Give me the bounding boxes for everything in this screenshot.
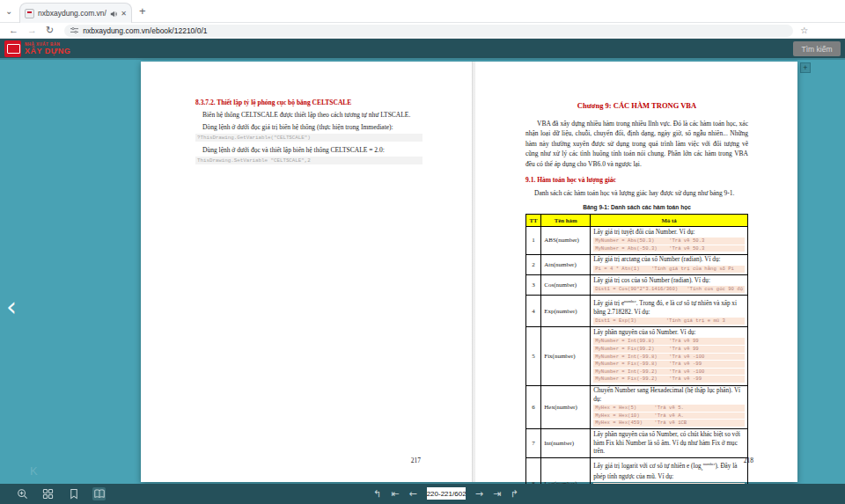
page-number: 218 (744, 457, 753, 464)
viewer-watermark: K (30, 464, 38, 478)
function-desc: Chuyển Number sang Hexadecimal (hệ thập … (593, 387, 745, 404)
url-input[interactable]: nxbxaydung.com.vn/ebook/12210/0/1 (64, 25, 793, 37)
right-page: Chương 9: CÁC HÀM TRONG VBA VBA đã xây d… (475, 62, 797, 482)
table-row: 1 ABS(number) Lấy giá trị tuyệt đối của … (526, 227, 748, 255)
chapter-title: Chương 9: CÁC HÀM TRONG VBA (525, 101, 748, 110)
zoom-in-icon[interactable] (16, 487, 29, 500)
col-header-name: Tên hàm (541, 215, 591, 227)
function-name: Int(number) (541, 429, 591, 458)
two-page-view-icon[interactable] (92, 487, 106, 500)
paragraph: Dòng lệnh ở dưới đọc giá trị biến hệ thố… (195, 123, 422, 131)
function-name: Fix(number) (541, 327, 591, 385)
browser-tab-strip: ⌄ nxbxaydung.com.vn/eboo... ✕ + (0, 0, 845, 23)
previous-page-icon[interactable]: ← (408, 489, 416, 499)
previous-page-chevron[interactable]: ‹ (6, 294, 17, 320)
code-line: Dist1 = Exp(3) 'Tính giá trị e mũ 3 (593, 318, 745, 325)
col-header-tt: TT (526, 215, 541, 227)
code-line: ThisDrawing.SetVariable "CELTSCALE",2 (195, 157, 422, 164)
code-line: Pi = 4 * Atn(1) 'Tính giá trị của hằng s… (593, 266, 745, 273)
browser-url-bar: ← → ↻ nxbxaydung.com.vn/ebook/12210/0/1 … (0, 23, 845, 39)
page-number-input[interactable] (427, 487, 466, 500)
code-line: MyNumber = Abs(50.3) 'Trả về 50.3 (593, 237, 745, 245)
ebook-viewer: ‹ K + 8.3.7.2. Thiết lập tỷ lệ phóng cục… (0, 60, 845, 484)
function-desc: Lấy phần nguyên của số Number. Ví dụ: (593, 329, 745, 338)
code-line: MyNumber = Fix(-99.8) 'Trả về -99 (593, 361, 745, 368)
section-heading: 8.3.7.2. Thiết lập tỷ lệ phóng cục bộ bằ… (195, 99, 422, 106)
code-line: MyHex = Hex(10) 'Trả về A. (593, 413, 745, 420)
code-line: MyNumber = Int(-99.8) 'Trả về -100 (593, 354, 745, 361)
functions-table: TT Tên hàm Mô tả 1 ABS(number) Lấy giá t… (525, 214, 748, 504)
url-text: nxbxaydung.com.vn/ebook/12210/0/1 (83, 26, 207, 35)
zoom-in-floating-button[interactable]: + (800, 62, 811, 73)
bookmark-icon[interactable] (67, 487, 80, 500)
rotate-left-icon[interactable]: ↰ (373, 489, 381, 499)
site-settings-tune-icon[interactable] (70, 27, 78, 33)
tab-title: nxbxaydung.com.vn/eboo... (38, 9, 107, 18)
table-row: 4 Exp(number) Lấy giá trị enumber. Trong… (526, 296, 748, 327)
reload-icon[interactable]: ↻ (46, 26, 54, 35)
col-header-desc: Mô tả (591, 215, 748, 227)
reader-toolbar: ↰ ⇤ ← → ⇥ ↱ (0, 484, 845, 504)
tab-favicon-icon (25, 9, 34, 18)
code-line: MyHex = Hex(459) 'Trả về 1CB (593, 420, 745, 427)
browser-tab[interactable]: nxbxaydung.com.vn/eboo... ✕ (19, 3, 132, 23)
paragraph: Dùng lệnh ở dưới đọc và thiết lập biến h… (195, 146, 422, 154)
table-row: 6 Hex(number) Chuyển Number sang Hexadec… (526, 385, 748, 429)
new-tab-button[interactable]: + (139, 4, 146, 18)
code-line: MyNumber = Int(99.8) 'Trả về 99 (593, 338, 745, 345)
table-row: 5 Fix(number) Lấy phần nguyên của số Num… (526, 327, 748, 385)
table-header-row: TT Tên hàm Mô tả (526, 215, 748, 227)
logo-text-bottom: XÂY DỰNG (25, 47, 70, 55)
function-desc: Lấy giá trị cos của số Number (radian). … (593, 277, 745, 286)
code-line: ?ThisDrawing.GetVariable("CELTSCALE") (195, 134, 422, 142)
function-name: Cos(number) (541, 275, 591, 296)
rotate-right-icon[interactable]: ↱ (511, 489, 518, 499)
tab-close-icon[interactable]: ✕ (121, 10, 127, 18)
first-page-icon[interactable]: ⇤ (391, 489, 399, 499)
function-name: Atn(number) (541, 254, 591, 274)
search-button[interactable]: Tìm kiếm (793, 41, 841, 56)
row-index: 4 (526, 296, 541, 327)
thumbnails-grid-icon[interactable] (41, 487, 55, 500)
code-line: MyNumber = Fix(99.2) 'Trả về 99 (593, 346, 745, 353)
table-row: 7 Int(number) Lấy phần nguyên của số Num… (526, 429, 748, 458)
code-line: MyNumber = Fix(-99.2) 'Trả về -99 (593, 376, 745, 383)
site-header: NHÀ XUẤT BẢN XÂY DỰNG Tìm kiếm (0, 39, 845, 60)
row-index: 2 (526, 254, 541, 274)
back-icon[interactable]: ← (9, 26, 18, 35)
function-desc: Lấy phần nguyên của số Number, có chút k… (593, 431, 745, 457)
row-index: 5 (526, 327, 541, 385)
row-index: 6 (526, 385, 541, 429)
publisher-logo-icon (4, 40, 21, 57)
row-index: 3 (526, 275, 541, 296)
next-page-icon[interactable]: → (475, 489, 483, 499)
row-index: 7 (526, 429, 541, 458)
table-caption: Bảng 9-1: Danh sách các hàm toán học (525, 204, 748, 210)
table-row: 2 Atn(number) Lấy giá trị arctang của số… (526, 254, 748, 274)
page-number: 217 (411, 457, 421, 464)
last-page-icon[interactable]: ⇥ (493, 489, 501, 499)
bookmark-star-icon[interactable]: ☆ (800, 26, 808, 35)
code-line: MyNumber = Int(-99.2) 'Trả về -100 (593, 369, 745, 376)
function-name: Hex(number) (541, 385, 591, 429)
paragraph: Biến hệ thống CELTSCALE được thiết lập t… (195, 111, 422, 119)
function-desc: Lấy giá trị logarit với cơ số tự nhiên e… (593, 460, 745, 482)
left-page: 8.3.7.2. Thiết lập tỷ lệ phóng cục bộ bằ… (141, 62, 472, 482)
forward-icon[interactable]: → (27, 26, 37, 35)
chapter-intro: VBA đã xây dựng nhiều hàm trong nhiều lĩ… (525, 119, 748, 169)
code-line: MyHex = Hex(5) 'Trả về 5. (593, 405, 745, 412)
function-name: Exp(number) (541, 296, 591, 327)
function-desc: Lấy giá trị arctang của số Number (radia… (593, 256, 745, 265)
table-row: 3 Cos(number) Lấy giá trị cos của số Num… (526, 275, 748, 296)
tab-search-chevron-icon[interactable]: ⌄ (5, 6, 12, 16)
code-line: MyNumber = Abs(-50.3) 'Trả về 50.3 (593, 245, 745, 252)
page-spread: 8.3.7.2. Thiết lập tỷ lệ phóng cục bộ bằ… (141, 62, 797, 482)
section-intro: Danh sách các hàm toán học và lượng giác… (525, 189, 748, 197)
function-desc: Lấy giá trị tuyệt đối của Number. Ví dụ: (593, 229, 745, 237)
section-heading: 9.1. Hàm toán học và lượng giác (525, 176, 748, 184)
function-desc: Lấy giá trị enumber. Trong đó, e là cơ s… (593, 297, 745, 318)
audio-playing-icon[interactable] (110, 5, 117, 21)
row-index: 1 (526, 227, 541, 255)
publisher-logo[interactable]: NHÀ XUẤT BẢN XÂY DỰNG (4, 40, 70, 57)
function-name: ABS(number) (541, 227, 591, 255)
